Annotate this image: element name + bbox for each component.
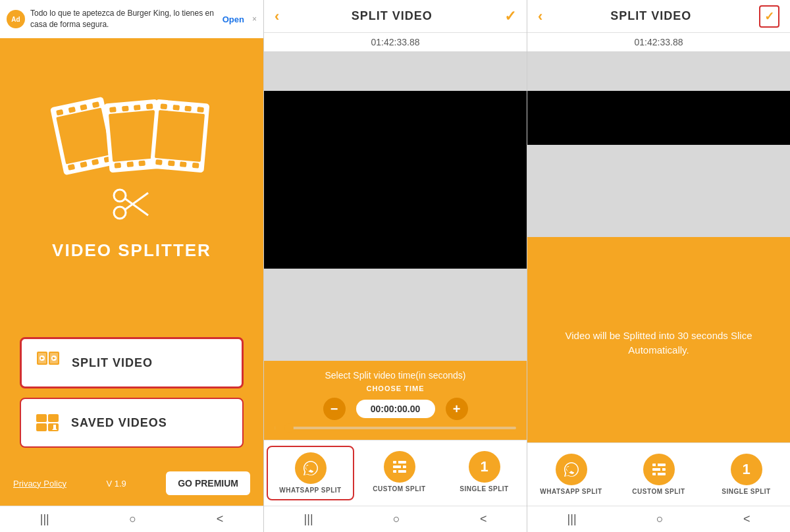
single-split-label-3: SINGLE SPLIT — [722, 488, 770, 495]
video-preview-2 — [264, 51, 527, 361]
back-button-3[interactable]: ‹ — [538, 8, 542, 25]
svg-rect-19 — [393, 466, 406, 468]
main-app-screen: Ad Todo lo que te apetezca de Burger Kin… — [0, 0, 263, 532]
progress-dot — [284, 423, 294, 433]
custom-split-icon-2 — [384, 451, 415, 483]
svg-rect-25 — [652, 468, 666, 471]
home-nav-icon-2[interactable]: ○ — [393, 512, 400, 526]
saved-videos-label: SAVED VIDEOS — [71, 416, 167, 430]
split-header-2: ‹ SPLIT VIDEO ✓ — [264, 0, 527, 33]
svg-rect-26 — [652, 473, 666, 475]
menu-nav-icon-2[interactable]: ||| — [304, 512, 313, 526]
app-title: VIDEO SPLITTER — [52, 240, 211, 261]
choose-time-label: CHOOSE TIME — [275, 385, 516, 392]
video-preview-3 — [527, 51, 790, 237]
whatsapp-split-label-3: WHATSAPP SPLIT — [540, 488, 602, 495]
back-nav-icon-2[interactable]: < — [480, 512, 487, 526]
single-split-icon-2: 1 — [469, 451, 500, 483]
svg-point-1 — [114, 207, 126, 219]
whatsapp-split-label-2: WHATSAPP SPLIT — [279, 487, 341, 494]
back-nav-icon[interactable]: < — [217, 512, 224, 526]
custom-split-tab-2[interactable]: CUSTOM SPLIT — [357, 446, 442, 500]
bottom-nav-bar: ||| ○ < — [0, 506, 263, 532]
whatsapp-info-text: Video will be Splitted into 30 seconds S… — [527, 237, 790, 442]
svg-rect-18 — [393, 461, 406, 464]
header-title-2: SPLIT VIDEO — [352, 9, 433, 23]
video-top-gray-2 — [264, 51, 527, 91]
select-time-label: Select Split video time(in seconds) — [275, 370, 516, 381]
saved-videos-button[interactable]: SAVED VIDEOS — [20, 398, 244, 448]
time-minus-button[interactable]: − — [323, 398, 346, 420]
ad-text: Todo lo que te apetezca de Burger King, … — [30, 8, 215, 30]
split-tabs-2: WHATSAPP SPLIT CUSTOM SPLIT 1 SINGLE SPL… — [264, 440, 527, 506]
split-header-3: ‹ SPLIT VIDEO ✓ — [527, 0, 790, 33]
scissors-icon — [112, 188, 151, 227]
home-nav-icon-3[interactable]: ○ — [656, 512, 664, 526]
custom-split-label-2: CUSTOM SPLIT — [373, 485, 425, 492]
svg-rect-17 — [53, 425, 56, 430]
video-bottom-gray-2 — [264, 269, 527, 361]
svg-rect-12 — [36, 414, 47, 422]
time-selector: − 00:00:00.00 + — [275, 398, 516, 420]
svg-rect-13 — [48, 414, 59, 422]
video-black-screen-3 — [527, 91, 790, 145]
back-nav-icon-3[interactable]: < — [743, 512, 750, 526]
ad-open-button[interactable]: Open — [220, 14, 247, 24]
svg-rect-24 — [652, 464, 666, 466]
film-strip-decoration — [61, 101, 203, 171]
privacy-policy-link[interactable]: Privacy Policy — [13, 479, 66, 489]
saved-videos-icon — [34, 410, 61, 436]
svg-rect-20 — [393, 470, 406, 473]
split-controls-2: Select Split video time(in seconds) CHOO… — [264, 361, 527, 440]
svg-rect-21 — [396, 460, 398, 464]
svg-rect-28 — [660, 467, 662, 471]
whatsapp-split-tab-3[interactable]: WHATSAPP SPLIT — [527, 448, 615, 500]
svg-rect-29 — [656, 472, 658, 476]
split-tabs-3: WHATSAPP SPLIT CUSTOM SPLIT 1 SINGLE SPL… — [527, 442, 790, 506]
check-button-3[interactable]: ✓ — [759, 5, 779, 28]
svg-rect-27 — [656, 463, 658, 467]
check-button-2[interactable]: ✓ — [504, 8, 516, 25]
split-video-icon — [35, 350, 61, 376]
progress-track[interactable] — [275, 427, 516, 429]
split-video-label: SPLIT VIDEO — [72, 356, 153, 370]
custom-split-label-3: CUSTOM SPLIT — [632, 488, 685, 495]
version-label: V 1.9 — [106, 479, 126, 489]
svg-rect-22 — [401, 465, 403, 469]
progress-bar-container — [275, 427, 516, 429]
custom-split-icon-3 — [643, 454, 675, 485]
video-bottom-gray-3 — [527, 145, 790, 237]
bottom-bar: Privacy Policy V 1.9 GO PREMIUM — [0, 461, 263, 506]
split-video-button[interactable]: SPLIT VIDEO — [20, 337, 244, 388]
whatsapp-split-tab-2[interactable]: WHATSAPP SPLIT — [267, 446, 354, 500]
bottom-nav-bar-2: ||| ○ < — [264, 506, 527, 532]
ad-close-icon[interactable]: × — [252, 14, 257, 24]
whatsapp-icon-3 — [556, 454, 587, 485]
svg-rect-23 — [396, 469, 398, 473]
time-plus-button[interactable]: + — [446, 398, 468, 420]
ad-badge-icon: Ad — [7, 10, 25, 28]
timestamp-3: 01:42:33.88 — [527, 33, 790, 51]
timestamp-2: 01:42:33.88 — [264, 33, 527, 51]
video-black-screen-2 — [264, 91, 527, 269]
time-display: 00:00:00.00 — [356, 400, 435, 418]
header-title-3: SPLIT VIDEO — [610, 9, 691, 23]
split-video-screen-custom: ‹ SPLIT VIDEO ✓ 01:42:33.88 Select Split… — [263, 0, 527, 532]
menu-nav-icon[interactable]: ||| — [40, 512, 49, 526]
whatsapp-icon-2 — [295, 452, 327, 484]
film-strip-3 — [150, 99, 210, 173]
home-nav-icon[interactable]: ○ — [129, 512, 136, 526]
menu-section: SPLIT VIDEO SAVED VIDEOS — [0, 324, 263, 461]
menu-nav-icon-3[interactable]: ||| — [567, 512, 577, 526]
bottom-nav-bar-3: ||| ○ < — [527, 506, 790, 532]
hero-section: VIDEO SPLITTER — [0, 38, 263, 324]
video-top-gray-3 — [527, 51, 790, 91]
ad-banner: Ad Todo lo que te apetezca de Burger Kin… — [0, 0, 263, 38]
go-premium-button[interactable]: GO PREMIUM — [166, 471, 250, 495]
single-split-tab-2[interactable]: 1 SINGLE SPLIT — [442, 446, 527, 500]
single-split-tab-3[interactable]: 1 SINGLE SPLIT — [702, 448, 790, 500]
svg-point-0 — [114, 190, 126, 201]
split-video-screen-whatsapp: ‹ SPLIT VIDEO ✓ 01:42:33.88 Video will b… — [527, 0, 790, 532]
back-button-2[interactable]: ‹ — [275, 8, 279, 25]
custom-split-tab-3[interactable]: CUSTOM SPLIT — [615, 448, 702, 500]
